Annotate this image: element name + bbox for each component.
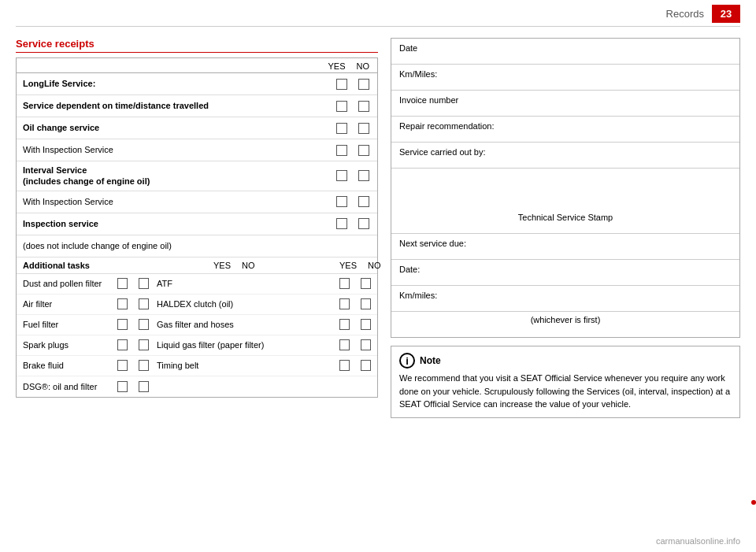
checkbox-yes[interactable]	[339, 339, 350, 350]
checkbox-yes[interactable]	[336, 196, 347, 207]
checkbox-no[interactable]	[361, 339, 371, 350]
info-icon: i	[399, 353, 415, 369]
checkbox-no[interactable]	[139, 298, 149, 309]
row-checkboxes	[336, 145, 371, 156]
header-page-number: 23	[712, 5, 740, 23]
add-left-label: DSG®: oil and filter	[23, 382, 117, 391]
checkbox-yes[interactable]	[339, 319, 350, 330]
checkbox-no[interactable]	[139, 360, 149, 371]
table-header-row: YES NO	[17, 58, 377, 73]
row-checkboxes	[336, 101, 371, 112]
add-left-label: Fuel filter	[23, 320, 117, 329]
service-table: YES NO LongLife Service: Service depende…	[16, 57, 378, 398]
add-left-label: Air filter	[23, 299, 117, 309]
row-label: Inspection service	[23, 218, 336, 229]
table-row: With Inspection Service	[17, 191, 377, 213]
add-left-checks	[117, 278, 149, 289]
checkbox-yes[interactable]	[336, 218, 347, 229]
row-label: Oil change service	[23, 122, 336, 133]
row-checkboxes	[336, 218, 371, 229]
checkbox-no[interactable]	[139, 381, 149, 392]
checkbox-no[interactable]	[358, 170, 369, 181]
checkbox-yes[interactable]	[339, 298, 350, 309]
checkbox-yes[interactable]	[117, 381, 128, 392]
add-left-checks	[117, 339, 149, 350]
checkbox-no[interactable]	[358, 145, 369, 156]
field-invoice: Invoice number	[391, 91, 739, 117]
add-right-label: HALDEX clutch (oil)	[149, 298, 339, 309]
add-right-label: Gas filter and hoses	[149, 319, 339, 330]
table-row: With Inspection Service	[17, 139, 377, 161]
checkbox-yes[interactable]	[336, 170, 347, 181]
checkbox-no[interactable]	[361, 278, 371, 289]
checkbox-yes[interactable]	[336, 79, 347, 90]
no-header: NO	[357, 61, 370, 71]
watermark: carmanualsonline.info	[656, 536, 740, 546]
note-title: Note	[420, 355, 441, 366]
field-next-service: Next service due:	[391, 234, 739, 260]
table-row: LongLife Service:	[17, 73, 377, 95]
additional-table-row: DSG®: oil and filter	[17, 376, 377, 397]
checkbox-yes[interactable]	[336, 145, 347, 156]
info-box: Date Km/Miles: Invoice number Repair rec…	[391, 38, 740, 338]
row-label: With Inspection Service	[23, 144, 336, 155]
field-stamp: Technical Service Stamp	[391, 169, 739, 234]
checkbox-yes[interactable]	[339, 360, 350, 371]
section-title: Service receipts	[16, 38, 378, 53]
field-whichever: (whichever is first)	[391, 312, 739, 337]
checkbox-yes[interactable]	[117, 319, 128, 330]
add-left-label: Brake fluid	[23, 361, 117, 370]
add-right-label: ATF	[149, 278, 339, 289]
checkbox-yes[interactable]	[117, 360, 128, 371]
additional-table-row: Spark plugs Liquid gas filter (paper fil…	[17, 335, 377, 356]
add-right-checks	[339, 319, 371, 330]
field-service-by: Service carried out by:	[391, 143, 739, 169]
add-no-left: NO	[242, 261, 255, 270]
note-box: i Note We recommend that you visit a SEA…	[391, 346, 740, 418]
add-yes-no-right: YES NO	[339, 261, 371, 270]
additional-table-row: Air filter HALDEX clutch (oil)	[17, 295, 377, 315]
add-right-checks	[339, 278, 371, 289]
checkbox-yes[interactable]	[117, 298, 128, 309]
row-checkboxes	[336, 170, 371, 181]
field-date: Date	[391, 39, 739, 65]
checkbox-no[interactable]	[358, 196, 369, 207]
row-checkboxes	[336, 196, 371, 207]
left-panel: Service receipts YES NO LongLife Service…	[16, 38, 378, 418]
checkbox-no[interactable]	[361, 298, 371, 309]
add-left-label: Dust and pollen filter	[23, 279, 117, 288]
additional-table-row: Dust and pollen filter ATF	[17, 274, 377, 295]
checkbox-no[interactable]	[358, 218, 369, 229]
checkbox-yes[interactable]	[336, 101, 347, 112]
add-right-checks	[339, 339, 371, 350]
add-right-label: Timing belt	[149, 360, 339, 371]
row-label: Service dependent on time/distance trave…	[23, 100, 336, 111]
checkbox-no[interactable]	[139, 319, 149, 330]
add-right-checks	[339, 298, 371, 309]
add-yes-right: YES	[339, 261, 357, 270]
additional-tasks-header: Additional tasks YES NO YES NO	[17, 257, 377, 274]
right-panel: Date Km/Miles: Invoice number Repair rec…	[391, 38, 740, 418]
checkbox-yes[interactable]	[117, 278, 128, 289]
table-row: Interval Service(includes change of engi…	[17, 161, 377, 191]
checkbox-no[interactable]	[361, 360, 371, 371]
table-row: (does not include change of engine oil)	[17, 235, 377, 257]
checkbox-yes[interactable]	[336, 123, 347, 134]
checkbox-no[interactable]	[358, 79, 369, 90]
note-text: We recommend that you visit a SEAT Offic…	[399, 372, 732, 411]
row-label: Interval Service(includes change of engi…	[23, 165, 336, 187]
checkbox-no[interactable]	[361, 319, 371, 330]
additional-table-row: Fuel filter Gas filter and hoses	[17, 315, 377, 335]
table-row: Oil change service	[17, 117, 377, 139]
checkbox-yes[interactable]	[339, 278, 350, 289]
checkbox-no[interactable]	[139, 278, 149, 289]
additional-tasks-label: Additional tasks	[23, 261, 213, 270]
red-dot-marker	[751, 500, 756, 505]
table-row: Service dependent on time/distance trave…	[17, 95, 377, 117]
checkbox-yes[interactable]	[117, 339, 128, 350]
checkbox-no[interactable]	[358, 101, 369, 112]
header-title: Records	[16, 8, 712, 20]
checkbox-no[interactable]	[358, 123, 369, 134]
checkbox-no[interactable]	[139, 339, 149, 350]
add-right-checks	[339, 360, 371, 371]
